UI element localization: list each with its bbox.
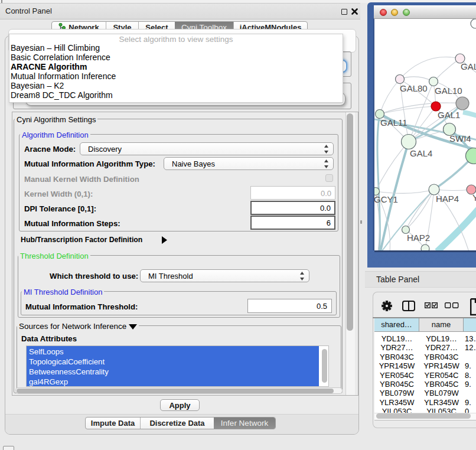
svg-text:GAL11: GAL11 [380,118,407,128]
svg-text:HAP4: HAP4 [436,194,459,204]
svg-text:Y: Y [472,193,476,203]
svg-text:HAP2: HAP2 [407,233,430,243]
svg-text:GCY1: GCY1 [374,194,398,204]
svg-text:SWI4: SWI4 [449,133,471,144]
svg-text:GAL1: GAL1 [438,110,460,120]
svg-text:GAL10: GAL10 [435,86,462,96]
svg-text:GAL7: GAL7 [461,61,476,71]
svg-text:GAL80: GAL80 [400,83,428,93]
svg-text:GAL4: GAL4 [410,148,432,158]
